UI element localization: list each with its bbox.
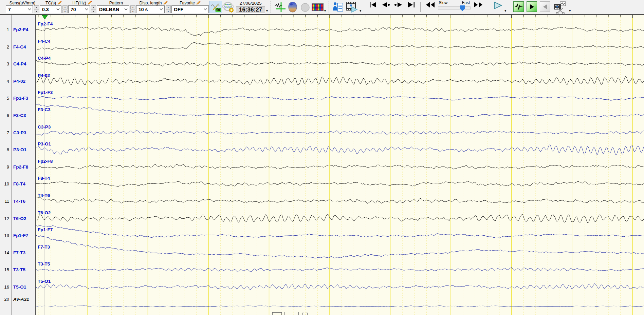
- toolbar-grip[interactable]: [364, 1, 365, 13]
- overflow-chevron-icon[interactable]: ▾: [266, 9, 268, 13]
- channel-row-Fp2-F4[interactable]: 1Fp2-F4: [0, 26, 35, 33]
- channel-row-F7-T3[interactable]: 14F7-T3: [0, 250, 35, 256]
- spin-down-button[interactable]: ▼: [166, 9, 171, 13]
- channel-label[interactable]: F7-T3: [13, 250, 25, 255]
- channel-label[interactable]: Fp1-F7: [13, 233, 28, 238]
- combo-value: 10 s: [139, 7, 148, 12]
- overflow-chevron-icon[interactable]: ▾: [569, 9, 571, 13]
- toolbar-grip[interactable]: [509, 1, 510, 13]
- head-map-disabled-button[interactable]: [299, 1, 311, 13]
- channel-label[interactable]: C3-P3: [13, 130, 26, 135]
- toolbar-grip[interactable]: [3, 1, 4, 13]
- speed-slider-track[interactable]: [438, 6, 471, 9]
- channel-row-P3-O1[interactable]: 8P3-O1: [0, 146, 35, 153]
- eeg-trace-F3-C3: [36, 104, 644, 117]
- channel-label[interactable]: T4-T6: [13, 199, 25, 204]
- goto-end-button[interactable]: [406, 1, 416, 9]
- channel-row-C3-P3[interactable]: 7C3-P3: [0, 130, 35, 136]
- channel-label[interactable]: F8-T4: [13, 181, 25, 186]
- edit-pencil-icon[interactable]: [163, 0, 168, 6]
- electrode-settings-button[interactable]: [222, 1, 235, 13]
- channel-row-T6-O2[interactable]: 12T6-O2: [0, 215, 35, 221]
- combo-displen[interactable]: 10 s: [136, 5, 165, 13]
- channel-label[interactable]: Fp1-F3: [13, 96, 28, 101]
- channel-label[interactable]: C4-P4: [13, 61, 26, 66]
- event-marker-icon[interactable]: [42, 15, 48, 19]
- overflow-chevron-icon[interactable]: ▾: [360, 9, 361, 13]
- edit-pencil-icon[interactable]: [57, 0, 62, 6]
- step-back-button[interactable]: [380, 1, 391, 9]
- spin-up-button[interactable]: ▲: [91, 5, 96, 9]
- channel-row-F8-T4[interactable]: 10F8-T4: [0, 181, 35, 187]
- video-cut-button[interactable]: [553, 1, 568, 15]
- combo-pattern[interactable]: DBLBAN: [97, 5, 129, 13]
- combo-tc[interactable]: 0.3: [40, 5, 61, 13]
- fast-forward-button[interactable]: [472, 1, 484, 9]
- chevron-down-icon: [56, 8, 60, 11]
- spin-up-button[interactable]: ▲: [34, 5, 39, 9]
- channel-row-T3-T5[interactable]: 15T3-T5: [0, 267, 35, 273]
- channel-number: 13: [0, 233, 9, 238]
- channel-label[interactable]: F3-C3: [13, 113, 26, 118]
- overflow-chevron-icon[interactable]: ▾: [324, 9, 326, 13]
- channel-label[interactable]: AV-A31: [13, 297, 29, 302]
- bottom-partial-control[interactable]: [272, 312, 282, 315]
- spin-up-button[interactable]: ▲: [166, 5, 171, 9]
- channel-label[interactable]: T6-O2: [13, 216, 26, 221]
- overflow-chevron-icon[interactable]: ▾: [504, 9, 506, 13]
- channel-row-T4-T6[interactable]: 11T4-T6: [0, 198, 35, 204]
- channel-label[interactable]: Fp2-F8: [13, 164, 28, 170]
- bottom-partial-control[interactable]: [302, 313, 304, 315]
- start-playback-button[interactable]: [527, 1, 537, 12]
- spectrogram-button[interactable]: [311, 1, 324, 13]
- toolbar-grip[interactable]: [329, 1, 330, 13]
- goto-start-button[interactable]: [368, 1, 378, 9]
- channel-label[interactable]: T3-T5: [13, 267, 25, 272]
- channel-row-F3-C3[interactable]: 6F3-C3: [0, 112, 35, 118]
- combo-favorite[interactable]: OFF: [171, 5, 209, 13]
- channel-number: 15: [0, 267, 9, 272]
- toolbar-grip[interactable]: [271, 1, 272, 13]
- channel-row-C4-P4[interactable]: 3C4-P4: [0, 61, 35, 67]
- rewind-button[interactable]: [425, 1, 436, 9]
- channel-number: 16: [0, 284, 9, 290]
- spin-down-button[interactable]: ▼: [62, 9, 68, 13]
- trace-label-F8-T4: F8-T4: [38, 176, 50, 181]
- eeg-display[interactable]: Fp2-F4F4-C4C4-P4P4-02Fp1-F3F3-C3C3-P3P3-…: [35, 15, 644, 315]
- patient-info-button[interactable]: [332, 1, 344, 13]
- combo-sens[interactable]: 7: [6, 5, 33, 13]
- channel-label[interactable]: P4-02: [13, 79, 25, 84]
- spin-down-button[interactable]: ▼: [34, 9, 39, 13]
- play-button[interactable]: [492, 1, 503, 10]
- channel-row-Fp1-F3[interactable]: 5Fp1-F3: [0, 95, 35, 101]
- bottom-partial-control[interactable]: [284, 312, 299, 315]
- channel-row-Fp2-F8[interactable]: 9Fp2-F8: [0, 164, 35, 170]
- spin-down-button[interactable]: ▼: [91, 9, 96, 13]
- eeg-review-button[interactable]: [513, 1, 524, 12]
- channel-label[interactable]: F4-C4: [13, 44, 26, 50]
- channel-number: 8: [0, 147, 9, 152]
- channel-label[interactable]: T5-O1: [13, 284, 26, 290]
- spin-up-button[interactable]: ▲: [62, 5, 68, 9]
- step-forward-button[interactable]: [393, 1, 404, 9]
- time-display[interactable]: 16:36:27: [236, 6, 265, 14]
- prev-disabled-button[interactable]: [540, 1, 550, 12]
- speed-slider-handle[interactable]: [460, 5, 465, 11]
- edit-pencil-icon[interactable]: [196, 0, 201, 6]
- brain-map-button[interactable]: [286, 1, 299, 13]
- channel-row-P4-02[interactable]: 4P4-02: [0, 78, 35, 84]
- channel-label[interactable]: Fp2-F4: [13, 27, 28, 32]
- channel-row-Fp1-F7[interactable]: 13Fp1-F7: [0, 232, 35, 238]
- channel-label[interactable]: P3-O1: [13, 147, 26, 152]
- notch-50hz-button[interactable]: 50: [209, 1, 222, 13]
- spin-up-button[interactable]: ▲: [130, 5, 135, 9]
- spin-down-button[interactable]: ▼: [130, 9, 135, 13]
- channel-row-T5-O1[interactable]: 16T5-O1: [0, 284, 35, 290]
- channel-row-AV-A31[interactable]: 20AV-A31: [0, 296, 35, 302]
- channel-row-F4-C4[interactable]: 2F4-C4: [0, 44, 35, 50]
- edit-pencil-icon[interactable]: [88, 0, 92, 6]
- bottom-partial-control[interactable]: [306, 313, 308, 315]
- video-review-button[interactable]: [344, 1, 359, 13]
- combo-hf[interactable]: 70: [68, 5, 90, 13]
- trend-marker-button[interactable]: [274, 1, 286, 13]
